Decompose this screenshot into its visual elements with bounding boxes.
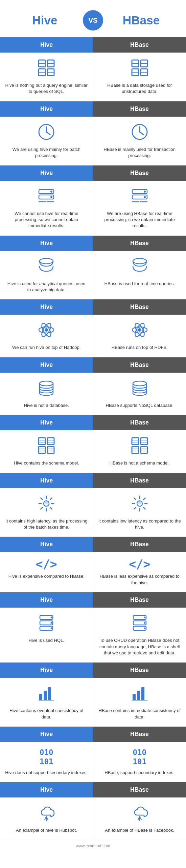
section-1-hbase-icon xyxy=(131,59,149,79)
section-3-hbase-header: HBase xyxy=(93,165,186,181)
section-2-hbase-icon xyxy=(131,123,149,143)
section-9-hive-text: Hive is expensive compared to HBase. xyxy=(8,573,85,579)
section-12: HiveHBase010101Hive does not support sec… xyxy=(0,727,186,782)
svg-rect-63 xyxy=(141,438,147,445)
section-7-hbase-icon xyxy=(131,436,149,457)
section-10-hive-header: Hive xyxy=(0,592,93,608)
section-10-hbase-header: HBase xyxy=(93,592,186,608)
svg-rect-51 xyxy=(47,438,54,445)
section-6-hbase-cell: HBase supports NoSQL database. xyxy=(93,373,186,415)
section-11-content-row: Hive contains eventual consistency of da… xyxy=(0,678,186,727)
svg-point-81 xyxy=(51,628,52,629)
svg-point-85 xyxy=(144,622,145,624)
section-2-hive-header: Hive xyxy=(0,101,93,117)
section-8-hive-header: Hive xyxy=(0,473,93,488)
section-9-hive-cell: </>Hive is expensive compared to HBase. xyxy=(0,552,93,592)
section-6-content-row: Hive is not a database. HBase supports N… xyxy=(0,373,186,415)
section-11-hbase-header: HBase xyxy=(93,663,186,678)
section-7-hbase-header: HBase xyxy=(93,415,186,430)
section-12-hbase-icon: 010101 xyxy=(133,748,146,766)
section-4-hive-icon xyxy=(37,257,55,277)
section-5-hive-header: Hive xyxy=(0,299,93,315)
section-4-hive-header: Hive xyxy=(0,236,93,251)
section-6-hbase-icon xyxy=(131,379,149,399)
section-1-hbase-text: HBase is a data storage used for unstruc… xyxy=(98,82,181,95)
section-6-hbase-header: HBase xyxy=(93,357,186,373)
section-7-hbase-cell: HBase is not a schema model. xyxy=(93,430,186,472)
section-6-hive-cell: Hive is not a database. xyxy=(0,373,93,415)
section-2-hbase-header: HBase xyxy=(93,101,186,117)
svg-rect-93 xyxy=(137,691,140,700)
svg-line-21 xyxy=(140,132,143,135)
section-6-hive-text: Hive is not a database. xyxy=(24,402,69,409)
page-header: Hive VS HBase xyxy=(0,0,186,37)
section-4-hive-cell: Hive is used for analytical queries, use… xyxy=(0,251,93,299)
section-8-hbase-cell: It contains low latency as compared to t… xyxy=(93,488,186,537)
svg-rect-88 xyxy=(39,694,42,700)
svg-point-24 xyxy=(50,191,52,193)
section-4-hbase-cell: HBase is used for real-time queries. xyxy=(93,251,186,299)
section-1-hive-text: Hive is nothing but a query engine, simi… xyxy=(5,82,88,95)
section-6-hbase-text: HBase supports NoSQL database. xyxy=(106,402,173,409)
section-4-content-row: Hive is used for analytical queries, use… xyxy=(0,251,186,300)
section-5-hbase-icon: 010 101 xyxy=(131,321,149,341)
section-10: HiveHBase Hive is used HQL. To use CRUD … xyxy=(0,592,186,663)
section-10-hbase-icon xyxy=(131,614,149,634)
section-13-hbase-text: An example of HBase is Facebook. xyxy=(105,827,174,833)
section-9: HiveHBase</>Hive is expensive compared t… xyxy=(0,537,186,592)
section-4-hive-text: Hive is used for analytical queries, use… xyxy=(5,281,88,293)
section-12-hbase-cell: 010101HBase, support secondary indexes. xyxy=(93,742,186,782)
header-hive-label: Hive xyxy=(7,14,83,27)
section-13-hive-icon xyxy=(37,804,55,824)
section-2-hive-text: We are using hive mainly for batch proce… xyxy=(5,146,88,159)
section-5-hive-text: We can run hive on top of Hadoop. xyxy=(12,344,80,351)
section-13-header-row: HiveHBase xyxy=(0,782,186,797)
section-1-hive-cell: Hive is nothing but a query engine, simi… xyxy=(0,53,93,101)
svg-point-34 xyxy=(40,258,53,264)
section-11-hbase-icon xyxy=(131,684,149,704)
section-3-hbase-icon xyxy=(131,187,149,207)
section-1-hive-icon xyxy=(37,59,55,79)
section-5-header-row: HiveHBase xyxy=(0,299,186,315)
svg-rect-92 xyxy=(133,694,136,700)
section-9-hbase-cell: </>HBase is less expensive as compared t… xyxy=(93,552,186,592)
svg-point-35 xyxy=(133,258,146,264)
section-12-hive-header: Hive xyxy=(0,727,93,742)
svg-rect-94 xyxy=(141,687,144,700)
svg-text:101: 101 xyxy=(137,329,140,331)
section-8-content-row: It contains high latency, as the process… xyxy=(0,488,186,537)
svg-rect-53 xyxy=(47,447,54,453)
svg-text:010: 010 xyxy=(43,326,47,328)
section-9-content-row: </>Hive is expensive compared to HBase.<… xyxy=(0,552,186,592)
section-5-hbase-cell: 010 101 HBase runs on top of HDFS. xyxy=(93,315,186,357)
svg-text:101: 101 xyxy=(43,329,47,331)
section-11-hive-header: Hive xyxy=(0,663,93,678)
section-1: HiveHBase Hive is nothing but a query en… xyxy=(0,37,186,101)
section-1-hive-header: Hive xyxy=(0,37,93,53)
section-7-hive-text: Hive contains the schema model. xyxy=(14,460,79,466)
svg-text:010: 010 xyxy=(137,326,140,328)
section-3-hive-cell: We cannot use hive for real-time process… xyxy=(0,181,93,235)
section-12-header-row: HiveHBase xyxy=(0,727,186,742)
section-6: HiveHBase Hive is not a database. HBase … xyxy=(0,357,186,415)
section-11: HiveHBase Hive contains eventual consist… xyxy=(0,663,186,727)
section-2-hive-cell: We are using hive mainly for batch proce… xyxy=(0,117,93,165)
section-7-hive-cell: Hive contains the schema model. xyxy=(0,430,93,472)
section-9-hbase-icon: </> xyxy=(129,558,150,570)
section-11-hive-text: Hive contains eventual consistency of da… xyxy=(5,708,88,720)
svg-rect-90 xyxy=(48,687,51,700)
footer-url: www.examturf.com xyxy=(76,844,110,848)
section-13-content-row: An example of hive is Hubspot. An exampl… xyxy=(0,797,186,840)
section-7-hive-header: Hive xyxy=(0,415,93,430)
section-10-hive-text: Hive is used HQL. xyxy=(28,637,64,644)
svg-point-30 xyxy=(144,191,146,193)
section-10-hbase-cell: To use CRUD operation HBase does not con… xyxy=(93,608,186,662)
section-8-hbase-header: HBase xyxy=(93,473,186,488)
section-13-hbase-header: HBase xyxy=(93,782,186,797)
section-9-hbase-text: HBase is less expensive as compared to t… xyxy=(98,573,181,586)
section-13: HiveHBase An example of hive is Hubspot.… xyxy=(0,782,186,840)
svg-point-48 xyxy=(40,381,53,386)
section-10-hbase-text: To use CRUD operation HBase does not con… xyxy=(98,637,181,656)
section-4-hbase-header: HBase xyxy=(93,236,186,251)
section-13-hive-header: Hive xyxy=(0,782,93,797)
